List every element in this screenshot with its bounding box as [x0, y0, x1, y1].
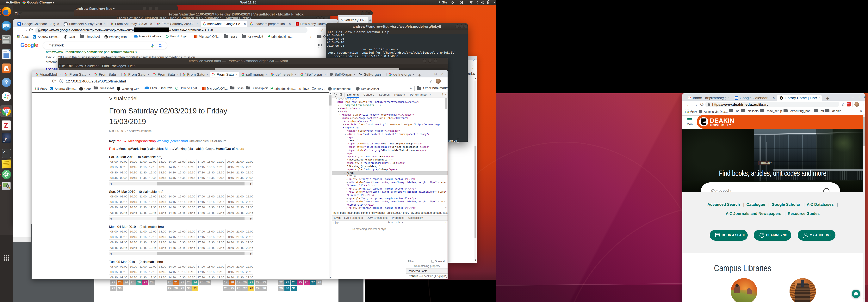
svg-text:31: 31 [18, 23, 20, 25]
svg-text:E: E [297, 23, 298, 25]
svg-text:31: 31 [736, 97, 737, 99]
